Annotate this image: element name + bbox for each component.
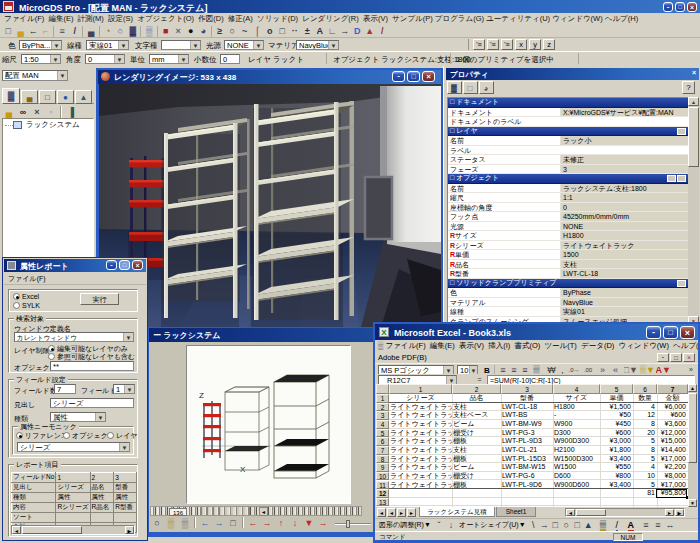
svg-text:Z: Z bbox=[199, 391, 204, 400]
svg-text:X: X bbox=[240, 465, 246, 474]
